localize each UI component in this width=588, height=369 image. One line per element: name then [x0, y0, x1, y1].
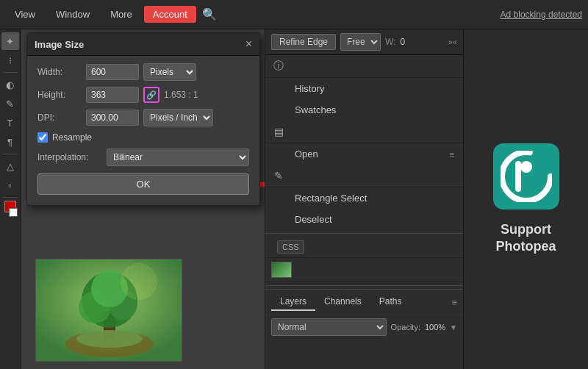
layer-thumb-row	[265, 258, 463, 282]
panel-separator-1	[265, 233, 463, 234]
dialog-close-button[interactable]: ×	[245, 38, 252, 50]
ratio-text: 1.653 : 1	[164, 90, 198, 100]
window-menu[interactable]: Window	[47, 6, 98, 23]
tool-separator-2	[3, 154, 18, 154]
background-color-swatch[interactable]	[9, 208, 18, 217]
tool-shape[interactable]: △	[1, 157, 19, 175]
resample-checkbox[interactable]	[37, 132, 48, 143]
svg-rect-11	[515, 161, 521, 192]
layers-panel-header: Layers Channels Paths ≡	[265, 289, 463, 315]
deselect-label: Deselect	[295, 214, 332, 225]
history-label: History	[295, 83, 324, 94]
arrow-pointer-icon: ➠	[259, 175, 265, 194]
width-label: Width:	[37, 67, 82, 77]
content-area: Image Size × Width: Pixels Percent cm	[21, 29, 588, 369]
height-input[interactable]	[86, 87, 139, 103]
info-icon-row: ⓘ	[265, 55, 463, 78]
tab-channels[interactable]: Channels	[315, 293, 370, 311]
tool-separator-3	[3, 197, 18, 198]
ok-button[interactable]: OK	[37, 173, 249, 195]
tool-brush[interactable]: ✎	[1, 95, 19, 112]
expand-icon[interactable]: »«	[448, 37, 457, 46]
adjust-icon-row: ▤	[265, 121, 463, 143]
logo-svg	[501, 151, 552, 202]
svg-point-10	[520, 161, 532, 173]
dialog-body: Width: Pixels Percent cm Height: 🔗 1	[27, 56, 259, 205]
dpi-row: DPI: Pixels / Inch Pixels / cm	[37, 109, 249, 126]
layers-menu-icon[interactable]: ≡	[451, 297, 457, 308]
search-icon[interactable]: 🔍	[199, 4, 220, 25]
free-mode-select[interactable]: Free	[340, 33, 381, 51]
height-label: Height:	[37, 90, 82, 100]
tool-move[interactable]: ✦	[1, 32, 19, 50]
swatches-menu-item[interactable]: Swatches	[265, 99, 463, 121]
tree-svg	[36, 259, 182, 361]
brush-icon-row: ✎	[265, 165, 463, 187]
layer-thumbnail[interactable]	[271, 262, 292, 278]
panel-separator-2	[265, 285, 463, 286]
tool-separator-1	[3, 72, 18, 73]
canvas-area: Image Size × Width: Pixels Percent cm	[21, 29, 265, 369]
open-label: Open	[295, 148, 318, 160]
ad-blocking-notice[interactable]: Ad blocking detected	[501, 10, 582, 20]
main-area: ✦ ⁝ ◐ ✎ T ¶ △ ▫ Image Size × W	[0, 29, 588, 369]
tab-paths[interactable]: Paths	[370, 293, 411, 311]
tool-text[interactable]: T	[1, 114, 19, 132]
width-unit-select[interactable]: Pixels Percent cm	[143, 63, 196, 81]
blend-mode-select[interactable]: Normal Multiply Screen	[271, 318, 387, 336]
brand-text: Support Photopea	[495, 221, 556, 256]
resample-label: Resample	[52, 132, 92, 143]
swatches-label: Swatches	[295, 104, 336, 115]
dialog-title: Image Size	[35, 39, 84, 50]
w-label: W:	[385, 37, 395, 47]
deselect-menu-item[interactable]: Deselect	[265, 209, 463, 230]
history-menu-item[interactable]: History	[265, 78, 463, 99]
dpi-label: DPI:	[37, 112, 82, 123]
css-badge[interactable]: CSS	[277, 240, 304, 254]
refine-edge-button[interactable]: Refine Edge	[271, 34, 336, 50]
ok-button-row: OK ➠	[37, 173, 249, 195]
support-label: Support	[501, 222, 551, 237]
view-menu[interactable]: View	[6, 6, 44, 23]
dpi-input[interactable]	[86, 110, 139, 126]
photopea-logo	[493, 143, 559, 209]
dpi-unit-select[interactable]: Pixels / Inch Pixels / cm	[143, 109, 213, 126]
refine-edge-bar: Refine Edge Free W: 0 »«	[265, 29, 463, 55]
rectangle-select-menu-item[interactable]: Rectangle Select	[265, 187, 463, 209]
link-proportions-button[interactable]: 🔗	[143, 87, 159, 103]
account-menu[interactable]: Account	[144, 6, 196, 23]
photopea-label: Photopea	[495, 239, 556, 254]
top-menu-bar: View Window More Account 🔍 Ad blocking d…	[0, 0, 588, 29]
tab-layers[interactable]: Layers	[271, 293, 315, 311]
interpolation-label: Interpolation:	[37, 152, 102, 162]
css-icon-row: CSS	[265, 237, 463, 258]
opacity-label: Opacity:	[391, 323, 420, 332]
opacity-arrow-icon[interactable]: ▼	[450, 323, 457, 332]
opacity-value: 100%	[425, 323, 445, 332]
left-toolbar: ✦ ⁝ ◐ ✎ T ¶ △ ▫	[0, 29, 21, 369]
tool-paragraph[interactable]: ¶	[1, 133, 19, 151]
tool-lasso[interactable]: ◐	[1, 76, 19, 93]
layers-controls: Normal Multiply Screen Opacity: 100% ▼	[265, 315, 463, 339]
tool-select[interactable]: ⁝	[1, 51, 19, 69]
w-value: 0	[401, 37, 406, 47]
svg-point-7	[76, 330, 143, 348]
preview-image	[36, 259, 182, 361]
width-row: Width: Pixels Percent cm	[37, 63, 249, 81]
svg-point-8	[121, 263, 157, 300]
height-row: Height: 🔗 1.653 : 1	[37, 87, 249, 103]
canvas-preview	[35, 259, 182, 362]
width-input[interactable]	[86, 64, 139, 80]
dialog-titlebar: Image Size ×	[27, 33, 259, 56]
brand-area: Support Photopea	[463, 29, 588, 369]
open-menu-item[interactable]: Open ≡	[265, 143, 463, 165]
interpolation-select[interactable]: Bilinear Bicubic Nearest	[107, 148, 249, 166]
tool-pen[interactable]: ▫	[1, 176, 19, 194]
adjust-icon[interactable]: ▤	[271, 124, 286, 139]
brush-icon[interactable]: ✎	[271, 168, 286, 183]
image-size-dialog: Image Size × Width: Pixels Percent cm	[26, 32, 260, 206]
info-icon[interactable]: ⓘ	[271, 59, 286, 74]
more-menu[interactable]: More	[101, 6, 141, 23]
menu-icon: ≡	[450, 150, 454, 159]
layers-tabs: Layers Channels Paths	[271, 293, 410, 311]
